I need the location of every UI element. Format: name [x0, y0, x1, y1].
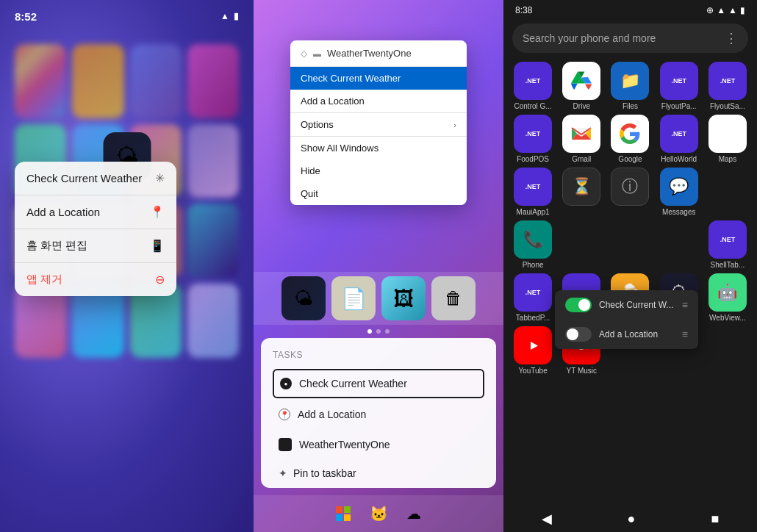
app-label: MauiApp1 — [517, 208, 550, 216]
ios-menu-add-location[interactable]: Add a Location 📍 — [15, 195, 176, 229]
file2-icon: 🖼 — [393, 287, 414, 311]
android-app-gmail[interactable]: Gmail — [559, 115, 603, 163]
android-popup-check-weather[interactable]: Check Current W... ≡ — [555, 290, 698, 320]
mac-menu-add-location[interactable]: Add a Location — [290, 90, 467, 112]
android-app-youtube[interactable]: YouTube — [511, 326, 555, 375]
android-app-files[interactable]: 📁 Files — [608, 62, 652, 110]
task-label: Pin to taskbar — [293, 467, 356, 479]
controldg-icon: .NET — [514, 62, 552, 100]
android-app-controldg[interactable]: .NET Control G... — [511, 62, 555, 110]
task-label: Add a Location — [298, 409, 366, 420]
app-label: TabbedP... — [516, 314, 550, 322]
android-app-empty2 — [559, 220, 603, 269]
ios-menu-label: Check Current Weather — [26, 172, 142, 184]
svg-rect-3 — [344, 514, 351, 521]
recent-button[interactable]: ■ — [711, 511, 720, 527]
ios-menu-check-weather[interactable]: Check Current Weather ✳ — [15, 162, 176, 195]
home-edit-icon: 📱 — [150, 239, 165, 253]
android-app-maps[interactable]: 🗺 Maps — [706, 115, 750, 163]
ios-menu-remove-app[interactable]: 앱 제거 ⊖ — [15, 263, 176, 296]
mac-menu-label: Show All Windows — [301, 143, 378, 154]
mac-dock-weather[interactable]: 🌤 — [281, 276, 326, 320]
mac-dock-file1[interactable]: 📄 — [331, 276, 376, 320]
mac-menu-show-windows[interactable]: Show All Windows — [290, 136, 467, 159]
cloud-taskbar-icon[interactable]: ☁ — [402, 502, 426, 525]
android-app-tabbedp[interactable]: .NET TabbedP... — [511, 273, 555, 322]
app-label: FoodPOS — [517, 155, 549, 163]
wifi-icon: ▲ — [220, 11, 229, 21]
mac-task-check-weather[interactable]: ● Check Current Weather — [273, 369, 484, 398]
weather-menu-icon: ✳ — [155, 171, 165, 185]
app-label: WebView... — [709, 314, 746, 322]
android-app-mauiapp1[interactable]: .NET MauiApp1 — [511, 168, 555, 216]
android-app-info[interactable]: ⓘ — [608, 168, 652, 216]
files-icon: 📁 — [611, 62, 649, 100]
android-app-webview[interactable]: 🤖 WebView... — [706, 273, 750, 322]
android-app-flyoutsa[interactable]: .NET FlyoutSa... — [706, 62, 750, 110]
app-label: Files — [623, 102, 638, 110]
mac-menu-check-weather[interactable]: Check Current Weather — [290, 67, 467, 90]
dot-1 — [367, 329, 372, 334]
youtube-icon — [514, 326, 552, 364]
android-app-hourglass[interactable]: ⏳ — [559, 168, 603, 216]
task-bullet-icon: ● — [280, 378, 292, 389]
android-app-empty4 — [657, 220, 701, 269]
android-app-flyoutpa[interactable]: .NET FlyoutPa... — [657, 62, 701, 110]
ios-menu-edit-home[interactable]: 홈 화면 편집 📱 — [15, 229, 176, 263]
cat-icon[interactable]: 🐱 — [367, 502, 390, 525]
windows-icon[interactable] — [331, 502, 355, 525]
more-options-icon[interactable]: ⋮ — [725, 30, 738, 46]
sim-icon: ⊕ — [706, 5, 714, 15]
android-app-drive[interactable]: Drive — [559, 62, 603, 110]
task-label: WeatherTwentyOne — [299, 439, 390, 450]
mac-dock-file2[interactable]: 🖼 — [381, 276, 426, 320]
wifi-icon: ▲ — [728, 5, 737, 15]
messages-icon: 💬 — [660, 168, 698, 206]
android-popup-add-location[interactable]: Add a Location ≡ — [555, 320, 698, 349]
android-app-google[interactable]: Google — [608, 115, 652, 163]
mac-task-add-location[interactable]: 📍 Add a Location — [273, 401, 484, 428]
app-label: Gmail — [572, 155, 591, 163]
toggle-add-location[interactable] — [565, 327, 592, 342]
mac-task-manager: Tasks ● Check Current Weather 📍 Add a Lo… — [261, 338, 496, 488]
android-app-messages[interactable]: 💬 Messages — [657, 168, 701, 216]
android-search-bar[interactable]: Search your phone and more ⋮ — [512, 24, 748, 53]
window-icon: ▬ — [313, 49, 321, 58]
ios-statusbar: 8:52 ▲ ▮ — [0, 0, 254, 32]
back-button[interactable]: ◀ — [542, 511, 552, 527]
empty-icon3 — [611, 220, 649, 259]
mac-task-app[interactable]: WeatherTwentyOne — [273, 431, 484, 459]
ios-context-menu: Check Current Weather ✳ Add a Location 📍… — [15, 162, 176, 296]
mac-menu-options[interactable]: Options › — [290, 112, 467, 136]
toggle-check-weather[interactable] — [565, 298, 592, 312]
mac-dropdown-header: ◇ ▬ WeatherTwentyOne — [290, 40, 467, 67]
mac-dock-trash[interactable]: 🗑 — [431, 276, 476, 320]
mac-menu-quit[interactable]: Quit — [290, 182, 467, 205]
ios-menu-label: Add a Location — [26, 206, 100, 218]
mac-menu-label: Options — [301, 119, 334, 130]
dot-2 — [376, 329, 381, 334]
android-app-shelltab[interactable]: .NET ShellTab... — [706, 220, 750, 269]
android-app-helloworld[interactable]: .NET HelloWorld — [657, 115, 701, 163]
home-button[interactable]: ● — [628, 511, 636, 527]
empty-icon2 — [562, 220, 600, 259]
mac-taskbar-close[interactable]: ✕ Close all windows — [273, 485, 484, 488]
mac-taskbar-pin[interactable]: ✦ Pin to taskbar — [273, 461, 484, 485]
shelltab-icon: .NET — [708, 220, 747, 259]
mauiapp1-icon: .NET — [514, 168, 552, 206]
mac-dropdown-menu: ◇ ▬ WeatherTwentyOne Check Current Weath… — [290, 40, 467, 205]
app-label: Google — [618, 155, 642, 163]
foodpos-icon: .NET — [514, 115, 552, 153]
android-app-phone[interactable]: 📞 Phone — [511, 220, 555, 269]
flyoutpa-icon: .NET — [660, 62, 698, 100]
google-icon — [611, 115, 649, 153]
android-app-empty1 — [706, 168, 750, 216]
ios-menu-label: 홈 화면 편집 — [26, 239, 87, 253]
signal-icon: ▲ — [717, 5, 725, 15]
android-app-foodpos[interactable]: .NET FoodPOS — [511, 115, 555, 163]
mac-page-dots — [254, 325, 503, 338]
mac-menu-hide[interactable]: Hide — [290, 159, 467, 182]
app-label: FlyoutSa... — [710, 102, 745, 110]
file1-icon: 📄 — [341, 287, 367, 311]
popup-label: Add a Location — [599, 329, 675, 339]
